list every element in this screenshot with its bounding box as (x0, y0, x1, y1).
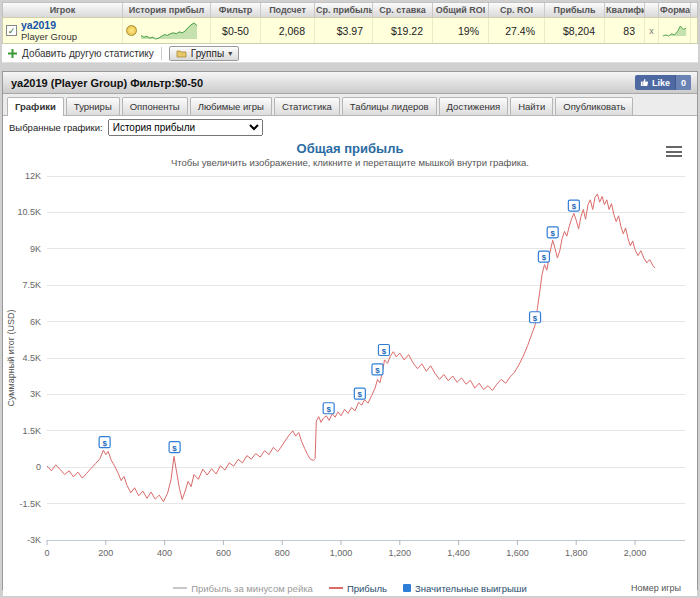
svg-text:7.5K: 7.5K (22, 280, 41, 290)
svg-text:Суммарный итог (USD): Суммарный итог (USD) (6, 309, 16, 406)
svg-text:$: $ (375, 366, 380, 375)
tab-leaderboards[interactable]: Таблицы лидеров (342, 97, 437, 115)
groups-label: Группы (191, 48, 224, 59)
legend-item-0[interactable]: Прибыль за минусом рейка (173, 583, 313, 594)
svg-text:3K: 3K (30, 389, 41, 399)
svg-text:10.5K: 10.5K (17, 207, 41, 217)
profit-history-sparkline[interactable] (140, 22, 198, 40)
column-header-1[interactable]: История прибыл (123, 3, 211, 17)
form-cell (659, 18, 691, 43)
row-checkbox[interactable]: ✓ (6, 25, 17, 36)
player-cell: ✓ ya2019 Player Group (3, 18, 123, 43)
tab-charts[interactable]: Графики (7, 97, 64, 116)
column-header-3[interactable]: Подсчет (261, 3, 315, 17)
tab-favorite-games[interactable]: Любимые игры (190, 97, 272, 115)
chart-controls: Выбранные графики: История прибыли (3, 116, 697, 138)
column-header-11[interactable]: Форма (659, 3, 691, 17)
svg-text:1,400: 1,400 (447, 548, 470, 558)
svg-text:$: $ (382, 347, 387, 356)
svg-text:1,000: 1,000 (330, 548, 353, 558)
column-header-6[interactable]: Общий ROI (433, 3, 489, 17)
thumbs-up-icon (640, 78, 649, 87)
svg-text:1,200: 1,200 (389, 548, 412, 558)
spacer-band (2, 63, 698, 71)
svg-text:$: $ (572, 202, 577, 211)
column-header-0[interactable]: Игрок (3, 3, 123, 17)
facebook-like-button[interactable]: Like 0 (635, 75, 691, 90)
table-row[interactable]: ✓ ya2019 Player Group $0-50 2,068 $3.97 … (2, 17, 698, 44)
tab-find[interactable]: Найти (510, 97, 553, 115)
qualifying-cell: 83 (605, 18, 645, 43)
player-group-label: Player Group (21, 31, 77, 42)
legend-label: Прибыль (347, 583, 387, 594)
avg-stake-cell: $19.22 (373, 18, 433, 43)
remove-player-button[interactable]: x (645, 18, 659, 43)
svg-text:200: 200 (98, 548, 113, 558)
add-statistic-label: Добавить другую статистику (22, 48, 154, 59)
svg-text:$: $ (172, 444, 177, 453)
profit-history-cell (123, 18, 211, 43)
form-sparkline (662, 24, 687, 38)
tab-statistics[interactable]: Статистика (274, 97, 340, 115)
add-icon (7, 48, 18, 59)
svg-text:2,000: 2,000 (624, 548, 647, 558)
tab-tournaments[interactable]: Турниры (66, 97, 120, 115)
profit-cell: $8,204 (545, 18, 605, 43)
svg-text:1,800: 1,800 (565, 548, 588, 558)
svg-text:$: $ (326, 405, 331, 414)
svg-text:$: $ (550, 229, 555, 238)
like-label: Like (652, 78, 670, 88)
legend-item-1[interactable]: Прибыль (329, 583, 387, 594)
player-name-link[interactable]: ya2019 (21, 19, 77, 31)
svg-text:$: $ (102, 439, 107, 448)
column-header-7[interactable]: Ср. ROI (489, 3, 545, 17)
column-header-5[interactable]: Ср. ставка (373, 3, 433, 17)
svg-text:9K: 9K (30, 244, 41, 254)
table-header-row: ИгрокИстория прибылФильтрПодсчетСр. приб… (2, 2, 698, 17)
tab-achievements[interactable]: Достижения (439, 97, 509, 115)
page: ИгрокИстория прибылФильтрПодсчетСр. приб… (0, 0, 700, 598)
tab-publish[interactable]: Опубликовать (555, 97, 633, 115)
tabs: ГрафикиТурнирыОппонентыЛюбимые игрыСтати… (3, 94, 697, 116)
tab-opponents[interactable]: Оппоненты (122, 97, 188, 115)
legend-label: Значительные выигрыши (415, 583, 527, 594)
svg-text:$: $ (533, 314, 538, 323)
chart-title: Общая прибыль (3, 141, 697, 157)
player-rating-icon (126, 25, 137, 36)
folder-icon (176, 49, 187, 58)
total-roi-cell: 19% (433, 18, 489, 43)
svg-text:-3K: -3K (27, 535, 41, 545)
svg-text:600: 600 (216, 548, 231, 558)
legend-item-2[interactable]: Значительные выигрыши (403, 583, 527, 594)
groups-button[interactable]: Группы ▾ (169, 46, 239, 61)
column-header-9[interactable]: Квалифика (605, 3, 645, 17)
filter-cell: $0-50 (211, 18, 261, 43)
column-header-8[interactable]: Прибыль (545, 3, 605, 17)
like-count: 0 (675, 75, 691, 90)
profit-chart[interactable]: -3K-1.5K01.5K3K4.5K6K7.5K9K10.5K12K02004… (3, 170, 697, 576)
legend-line-swatch (173, 587, 187, 589)
svg-text:0: 0 (36, 462, 41, 472)
chart-menu-icon[interactable] (663, 144, 685, 159)
svg-text:12K: 12K (25, 171, 41, 181)
selected-charts-label: Выбранные графики: (9, 122, 103, 133)
chart-legend: Прибыль за минусом рейкаПрибыльЗначитель… (173, 583, 527, 594)
chart-area: Общая прибыль Чтобы увеличить изображени… (3, 138, 697, 596)
chart-subtitle: Чтобы увеличить изображение, кликните и … (3, 157, 697, 170)
legend-square-swatch (403, 584, 411, 592)
svg-text:400: 400 (157, 548, 172, 558)
add-statistic-button[interactable]: Добавить другую статистику (7, 48, 154, 59)
chart-legend-row: Прибыль за минусом рейкаПрибыльЗначитель… (3, 580, 697, 596)
legend-label: Прибыль за минусом рейка (191, 583, 313, 594)
svg-text:-1.5K: -1.5K (19, 499, 41, 509)
svg-text:800: 800 (275, 548, 290, 558)
column-header-4[interactable]: Ср. прибыль (315, 3, 373, 17)
svg-text:1.5K: 1.5K (22, 426, 41, 436)
column-header-2[interactable]: Фильтр (211, 3, 261, 17)
charts-select[interactable]: История прибыли (108, 119, 263, 136)
column-header-10 (645, 3, 659, 17)
player-panel: ya2019 (Player Group) Фильтр:$0-50 Like … (2, 71, 698, 590)
legend-line-swatch (329, 587, 343, 589)
x-axis-title: Номер игры (631, 583, 681, 593)
avg-roi-cell: 27.4% (489, 18, 545, 43)
